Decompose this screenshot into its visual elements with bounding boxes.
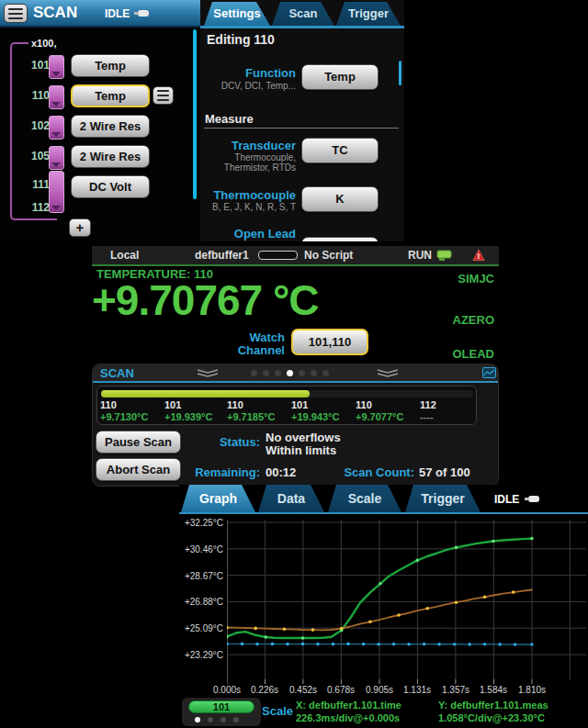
channel-list-scrollbar[interactable]	[193, 29, 197, 199]
swipe-down-icon[interactable]	[376, 369, 400, 377]
function-value-button[interactable]: Temp	[301, 64, 379, 90]
graph-idle-status: IDLE	[494, 493, 519, 506]
reading-value: +19.939°C	[164, 411, 212, 422]
relay-switch-105[interactable]	[49, 146, 64, 170]
reading-channel: 112	[420, 399, 436, 410]
reading-channel: 110	[356, 399, 372, 410]
channel-110-options-button[interactable]	[153, 86, 174, 105]
swipe-down-icon[interactable]	[196, 369, 220, 377]
abort-scan-button[interactable]: Abort Scan	[96, 458, 181, 481]
remaining-label: Remaining:	[185, 465, 260, 479]
scan-panel-header: SCAN IDLE	[0, 0, 200, 28]
watch-channel-button[interactable]: 101,110	[291, 329, 368, 355]
graph-tab-bar: Graph Data Scale Trigger IDLE	[179, 485, 588, 512]
pager-dot-active[interactable]	[287, 370, 293, 376]
tab-scan[interactable]: Scan	[272, 2, 334, 26]
run-status[interactable]: RUN	[408, 249, 432, 262]
idle-icon	[525, 495, 540, 503]
header-divider	[92, 264, 499, 266]
indicator-azero: AZERO	[413, 313, 494, 327]
reading-channel: 101	[291, 399, 308, 410]
y-axis-tick-label: +25.09°C	[179, 623, 223, 633]
add-channel-button[interactable]: +	[69, 218, 91, 237]
pager-dot[interactable]	[299, 370, 305, 376]
relay-switch-101[interactable]	[49, 55, 64, 79]
y-axis-tick-label: +23.29°C	[179, 650, 223, 660]
reading-channel: 110	[227, 399, 243, 410]
pager-dot[interactable]	[251, 370, 257, 376]
legend-pager-dot[interactable]	[220, 717, 226, 722]
scan-readings-box: 110 +9.7130°C 101 +19.939°C 110 +9.7185°…	[96, 386, 477, 425]
channel-function-button-110[interactable]: Temp	[71, 84, 150, 107]
pager-dot[interactable]	[275, 370, 281, 376]
channel-number: 102	[22, 119, 50, 132]
thermocouple-value-button[interactable]: K	[301, 186, 379, 212]
channel-number: 101	[22, 59, 50, 72]
x-axis-tick-label: 0.226s	[244, 685, 285, 695]
transducer-label: Transducer	[200, 139, 296, 152]
transducer-sublabel-1: Thermocouple,	[200, 152, 296, 162]
scan-progress-fill	[101, 390, 310, 398]
pager-dot[interactable]	[263, 370, 269, 376]
pager-dot[interactable]	[311, 370, 317, 376]
scan-count-label: Scan Count:	[322, 465, 414, 479]
function-sublabel: DCV, DCI, Temp...	[200, 81, 296, 91]
open-lead-label: Open Lead	[200, 227, 296, 241]
tab-settings[interactable]: Settings	[204, 2, 270, 26]
open-lead-value-button[interactable]	[301, 237, 379, 241]
channel-function-button-111[interactable]: DC Volt	[71, 175, 150, 198]
channel-number: 105	[22, 150, 50, 162]
script-status[interactable]: No Script	[304, 249, 353, 262]
relay-switch-102[interactable]	[49, 116, 64, 140]
watch-channel-label-2: Channel	[184, 343, 285, 357]
graph-view-icon[interactable]	[482, 367, 496, 378]
comm-mode[interactable]: Local	[110, 249, 139, 262]
channel-function-button-105[interactable]: 2 Wire Res	[71, 145, 150, 168]
transducer-value-button[interactable]: TC	[301, 138, 379, 163]
status-line-2: Within limits	[266, 443, 336, 457]
tab-data[interactable]: Data	[258, 485, 324, 512]
thermocouple-label: Thermocouple	[200, 188, 296, 202]
tab-trigger[interactable]: Trigger	[336, 2, 401, 26]
measure-section-label: Measure	[205, 112, 254, 126]
pause-scan-button[interactable]: Pause Scan	[96, 431, 181, 454]
tab-scale[interactable]: Scale	[328, 485, 401, 512]
channel-settings-panel: Settings Scan Trigger Editing 110 Functi…	[200, 0, 404, 241]
buffer-fill-indicator	[258, 251, 298, 260]
x-axis-tick-label: 0.905s	[359, 685, 400, 695]
scale-label[interactable]: Scale	[262, 704, 293, 718]
trace-legend-box[interactable]: 101	[182, 698, 261, 726]
tab-trigger[interactable]: Trigger	[405, 485, 481, 512]
legend-pager-dot[interactable]	[208, 717, 213, 722]
trace-legend-pill[interactable]: 101	[188, 700, 254, 713]
graph-panel: Graph Data Scale Trigger IDLE +32.25°C +…	[179, 485, 588, 728]
status-line-1: No overflows	[266, 431, 341, 444]
bank-label: x100,	[28, 38, 60, 49]
temperature-chart[interactable]	[227, 520, 586, 685]
tab-graph[interactable]: Graph	[181, 485, 255, 512]
relay-switch-111-112[interactable]	[49, 171, 64, 213]
transducer-sublabel-2: Thermistor, RTDs	[200, 162, 296, 173]
x-axis-tick-label: 1.131s	[397, 685, 437, 695]
y-axis-tick-label: +28.67°C	[179, 571, 223, 581]
legend-pager-dot-active[interactable]	[195, 717, 200, 722]
scan-strip-header[interactable]: SCAN	[93, 364, 498, 381]
relay-switch-110[interactable]	[49, 85, 64, 109]
thermocouple-sublabel: B, E, J, K, N, R, S, T	[200, 202, 296, 212]
settings-scrollbar[interactable]	[399, 61, 401, 85]
channel-function-button-102[interactable]: 2 Wire Res	[71, 115, 150, 138]
reading-value: +9.7130°C	[100, 411, 148, 422]
menu-button[interactable]	[4, 4, 28, 23]
x-axis-tick-label: 0.678s	[321, 685, 361, 695]
legend-pager-dot[interactable]	[233, 717, 239, 722]
y-axis-tick-label: +30.46°C	[179, 544, 223, 554]
channel-function-button-101[interactable]: Temp	[71, 54, 150, 77]
tab-underline	[200, 26, 404, 28]
channel-number: 110	[22, 89, 50, 102]
y-axis-tick-label: +26.88°C	[179, 597, 223, 607]
active-buffer[interactable]: defbuffer1	[195, 249, 249, 262]
pager-dot[interactable]	[322, 370, 329, 376]
instrument-status: IDLE	[105, 7, 130, 20]
channel-number: 112	[22, 201, 50, 214]
warning-icon[interactable]: !	[472, 249, 485, 262]
